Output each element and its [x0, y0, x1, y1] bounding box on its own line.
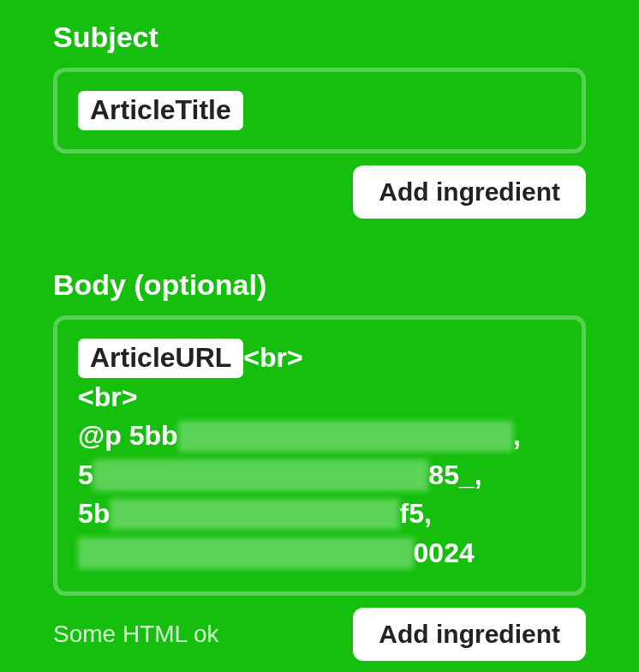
body-content: ArticleURL<br> <br> @p 5bb00000000000000…	[78, 339, 561, 573]
subject-section: Subject ArticleTitle Add ingredient	[53, 21, 586, 219]
blurred-text: 0000000000000000000000	[78, 534, 414, 573]
body-text: @p 5bb	[78, 420, 178, 451]
body-button-row: Some HTML ok Add ingredient	[53, 608, 586, 661]
subject-label: Subject	[53, 21, 586, 54]
body-text: ,	[513, 420, 521, 451]
body-text: 85_,	[428, 459, 481, 490]
add-ingredient-button[interactable]: Add ingredient	[353, 608, 586, 661]
body-input[interactable]: ArticleURL<br> <br> @p 5bb00000000000000…	[53, 315, 586, 596]
body-label: Body (optional)	[53, 268, 586, 302]
ingredient-pill-articletitle[interactable]: ArticleTitle	[78, 91, 243, 130]
add-ingredient-button[interactable]: Add ingredient	[353, 165, 586, 219]
subject-button-row: Add ingredient	[53, 165, 586, 219]
blurred-text: 0000000000000000000000	[178, 417, 514, 455]
subject-input[interactable]: ArticleTitle	[53, 68, 586, 153]
body-text: 0024	[414, 537, 475, 568]
body-text: <br>	[78, 378, 561, 417]
blurred-text: 0000000000000000000000	[93, 456, 429, 495]
blurred-text: 0000000000000000000	[110, 495, 399, 533]
body-section: Body (optional) ArticleURL<br> <br> @p 5…	[53, 268, 586, 661]
body-hint: Some HTML ok	[53, 621, 218, 648]
body-text: <br>	[243, 342, 302, 373]
body-text: 5b	[78, 498, 110, 529]
ingredient-pill-articleurl[interactable]: ArticleURL	[78, 339, 243, 378]
body-text: 5	[78, 459, 93, 490]
body-text: f5,	[399, 498, 431, 529]
